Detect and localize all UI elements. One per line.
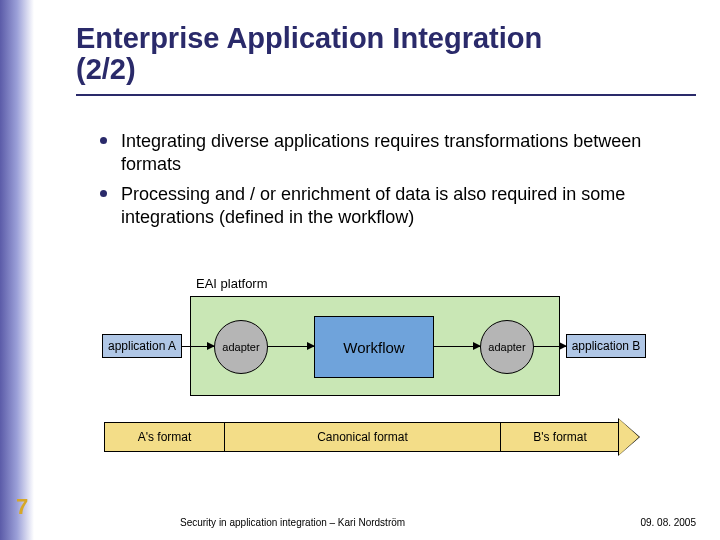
arrow-icon (268, 346, 314, 347)
slide-counter: (2/2) (76, 53, 696, 86)
eai-platform-label: EAI platform (196, 276, 268, 291)
workflow-node: Workflow (314, 316, 434, 378)
eai-diagram: EAI platform application A adapter Workf… (110, 276, 640, 476)
left-gradient-bar (0, 0, 34, 540)
footer-author: Security in application integration – Ka… (180, 517, 405, 528)
bullet-text: Integrating diverse applications require… (121, 130, 696, 177)
format-b-box: B's format (500, 422, 620, 452)
arrow-icon (182, 346, 214, 347)
adapter-right-node: adapter (480, 320, 534, 374)
canonical-format-box: Canonical format (224, 422, 500, 452)
list-item: Processing and / or enrichment of data i… (100, 183, 696, 230)
slide-content: Enterprise Application Integration (2/2)… (76, 22, 696, 236)
bullet-icon (100, 190, 107, 197)
bullet-list: Integrating diverse applications require… (76, 130, 696, 230)
title-underline (76, 94, 696, 96)
format-a-box: A's format (104, 422, 224, 452)
page-number: 7 (16, 494, 28, 520)
application-a-node: application A (102, 334, 182, 358)
application-b-node: application B (566, 334, 646, 358)
bullet-text: Processing and / or enrichment of data i… (121, 183, 696, 230)
slide-title: Enterprise Application Integration (76, 22, 696, 55)
arrow-icon (534, 346, 566, 347)
footer-date: 09. 08. 2005 (640, 517, 696, 528)
arrowhead-icon (619, 419, 639, 455)
bullet-icon (100, 137, 107, 144)
list-item: Integrating diverse applications require… (100, 130, 696, 177)
format-arrow: A's format Canonical format B's format (104, 422, 640, 452)
arrow-icon (434, 346, 480, 347)
adapter-left-node: adapter (214, 320, 268, 374)
